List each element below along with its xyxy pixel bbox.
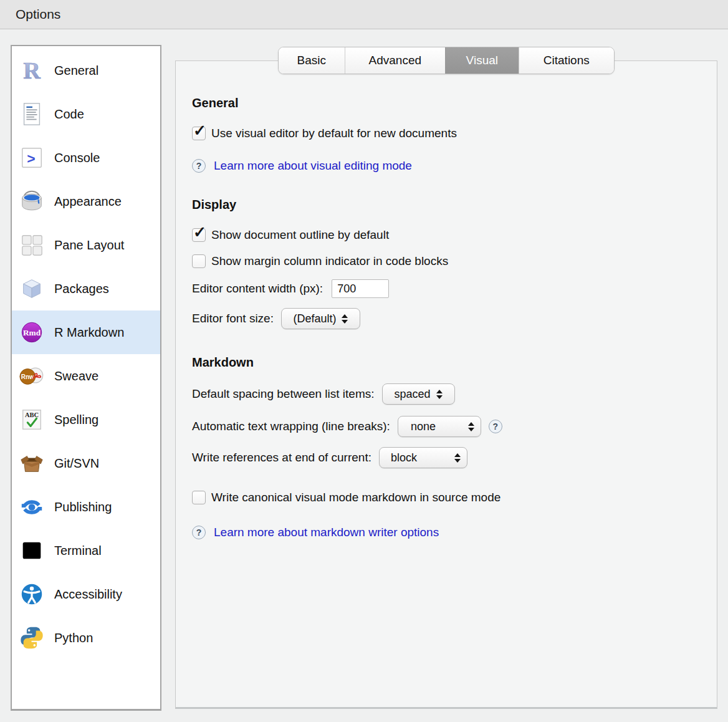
code-file-icon bbox=[18, 100, 46, 128]
sidebar-item-label: General bbox=[54, 64, 98, 78]
sidebar-item-label: Packages bbox=[54, 282, 109, 296]
display-section-heading: Display bbox=[192, 198, 704, 212]
sidebar-item-label: Terminal bbox=[54, 544, 102, 558]
show-margin-checkbox[interactable]: ✓ bbox=[192, 254, 206, 268]
show-outline-row: ✓ Show document outline by default bbox=[192, 228, 704, 242]
tab-visual[interactable]: Visual bbox=[445, 47, 519, 74]
text-wrapping-value: none bbox=[411, 420, 436, 433]
show-margin-row: ✓ Show margin column indicator in code b… bbox=[192, 254, 704, 268]
r-markdown-badge-icon: Rmd bbox=[18, 319, 46, 346]
text-wrapping-label: Automatic text wrapping (line breaks): bbox=[192, 420, 390, 433]
canonical-markdown-label: Write canonical visual mode markdown in … bbox=[211, 491, 501, 504]
sidebar-item-label: Git/SVN bbox=[54, 456, 99, 471]
sidebar-item-sweave[interactable]: Rnw Sweave bbox=[12, 354, 160, 398]
sidebar-item-terminal[interactable]: Terminal bbox=[12, 529, 160, 572]
sidebar-item-code[interactable]: Code bbox=[12, 92, 160, 136]
svg-text:>: > bbox=[27, 150, 35, 166]
sidebar-item-label: Console bbox=[54, 151, 100, 165]
tab-label: Advanced bbox=[369, 54, 422, 67]
r-logo-icon: R bbox=[18, 57, 46, 84]
sidebar-item-r-markdown[interactable]: Rmd R Markdown bbox=[12, 310, 160, 354]
window-title: Options bbox=[16, 7, 60, 22]
paint-can-icon bbox=[18, 188, 46, 215]
select-arrows-icon bbox=[342, 314, 348, 324]
tab-citations[interactable]: Citations bbox=[519, 47, 614, 74]
help-icon[interactable]: ? bbox=[192, 526, 206, 539]
references-select[interactable]: block bbox=[379, 447, 467, 468]
list-spacing-label: Default spacing between list items: bbox=[192, 387, 375, 401]
svg-text:ABC: ABC bbox=[25, 412, 39, 418]
svg-text:Rmd: Rmd bbox=[23, 328, 41, 337]
tab-label: Citations bbox=[544, 54, 590, 67]
checkmark-icon: ✓ bbox=[193, 224, 206, 240]
sidebar-item-spelling[interactable]: ABC Spelling bbox=[12, 398, 160, 441]
list-spacing-value: spaced bbox=[395, 388, 431, 401]
options-dialog: { "window": { "title": "Options" }, "ico… bbox=[0, 0, 728, 722]
sidebar-item-label: Appearance bbox=[54, 195, 122, 209]
select-arrows-icon bbox=[454, 453, 461, 463]
learn-more-markdown-writer-link[interactable]: Learn more about markdown writer options bbox=[214, 526, 439, 539]
references-row: Write references at end of current: bloc… bbox=[192, 447, 704, 468]
help-icon[interactable]: ? bbox=[489, 420, 502, 433]
list-spacing-row: Default spacing between list items: spac… bbox=[192, 383, 704, 405]
editor-font-size-row: Editor font size: (Default) bbox=[192, 308, 704, 329]
editor-font-size-value: (Default) bbox=[293, 312, 336, 325]
sidebar-item-accessibility[interactable]: Accessibility bbox=[12, 572, 160, 616]
sidebar-item-label: R Markdown bbox=[54, 325, 124, 340]
tab-basic[interactable]: Basic bbox=[279, 47, 345, 74]
sidebar-item-label: Pane Layout bbox=[54, 238, 124, 253]
use-visual-editor-row: ✓ Use visual editor by default for new d… bbox=[192, 127, 704, 140]
visual-editing-help-row: ? Learn more about visual editing mode bbox=[192, 159, 704, 173]
use-visual-editor-label: Use visual editor by default for new doc… bbox=[211, 127, 457, 140]
editor-width-label: Editor content width (px): bbox=[192, 282, 323, 296]
sweave-rnw-pdf-icon: Rnw bbox=[18, 362, 46, 390]
window-titlebar: Options bbox=[0, 0, 728, 29]
select-arrows-icon bbox=[468, 422, 474, 431]
options-sidebar: R General Code > Console bbox=[11, 45, 161, 711]
help-icon[interactable]: ? bbox=[192, 159, 206, 173]
tab-label: Visual bbox=[466, 54, 498, 67]
text-wrapping-select[interactable]: none bbox=[398, 416, 481, 437]
use-visual-editor-checkbox[interactable]: ✓ bbox=[192, 127, 206, 140]
console-prompt-icon: > bbox=[18, 144, 46, 171]
sidebar-item-label: Accessibility bbox=[54, 587, 122, 602]
svg-text:Rnw: Rnw bbox=[21, 373, 34, 380]
learn-more-visual-editing-link[interactable]: Learn more about visual editing mode bbox=[214, 159, 412, 173]
sidebar-item-python[interactable]: Python bbox=[12, 616, 160, 660]
publishing-connect-icon bbox=[18, 493, 46, 521]
checkmark-icon: ✓ bbox=[193, 123, 206, 138]
general-section-heading: General bbox=[192, 96, 704, 110]
sidebar-item-console[interactable]: > Console bbox=[12, 136, 160, 180]
visual-options-panel: General ✓ Use visual editor by default f… bbox=[175, 60, 717, 709]
sidebar-item-label: Spelling bbox=[54, 413, 98, 427]
panel-tab-bar: Basic Advanced Visual Citations bbox=[278, 47, 615, 74]
editor-width-input[interactable] bbox=[332, 279, 389, 298]
editor-width-row: Editor content width (px): bbox=[192, 279, 704, 298]
markdown-section-heading: Markdown bbox=[192, 355, 704, 370]
pane-layout-grid-icon bbox=[18, 231, 46, 259]
sidebar-item-general[interactable]: R General bbox=[12, 49, 160, 92]
tab-advanced[interactable]: Advanced bbox=[345, 47, 445, 74]
show-outline-label: Show document outline by default bbox=[211, 228, 389, 242]
canonical-markdown-checkbox[interactable]: ✓ bbox=[192, 491, 206, 504]
sidebar-item-label: Publishing bbox=[54, 500, 112, 514]
text-wrapping-row: Automatic text wrapping (line breaks): n… bbox=[192, 416, 704, 437]
package-cube-icon bbox=[18, 275, 46, 302]
references-label: Write references at end of current: bbox=[192, 451, 371, 464]
python-logo-icon bbox=[18, 624, 46, 652]
tab-label: Basic bbox=[297, 54, 326, 67]
sidebar-item-packages[interactable]: Packages bbox=[12, 267, 160, 310]
sidebar-item-publishing[interactable]: Publishing bbox=[12, 485, 160, 529]
sidebar-item-pane-layout[interactable]: Pane Layout bbox=[12, 223, 160, 267]
spellcheck-abc-icon: ABC bbox=[18, 406, 46, 433]
markdown-writer-help-row: ? Learn more about markdown writer optio… bbox=[192, 526, 704, 539]
show-margin-label: Show margin column indicator in code blo… bbox=[211, 254, 448, 268]
editor-font-size-select[interactable]: (Default) bbox=[281, 308, 360, 329]
sidebar-item-git-svn[interactable]: Git/SVN bbox=[12, 441, 160, 485]
sidebar-item-appearance[interactable]: Appearance bbox=[12, 180, 160, 223]
show-outline-checkbox[interactable]: ✓ bbox=[192, 228, 206, 242]
list-spacing-select[interactable]: spaced bbox=[382, 383, 455, 405]
sidebar-item-label: Python bbox=[54, 631, 93, 645]
canonical-markdown-row: ✓ Write canonical visual mode markdown i… bbox=[192, 491, 704, 504]
git-svn-box-icon bbox=[18, 450, 46, 477]
